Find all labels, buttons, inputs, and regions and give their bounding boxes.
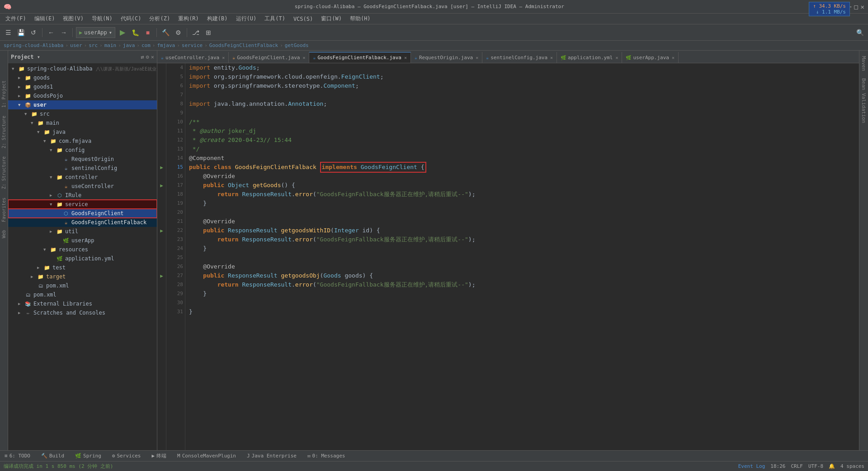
tab-goodsfeignclient[interactable]: ☕ GoodsFeignClient.java ✕ xyxy=(229,52,309,63)
event-log-link[interactable]: Event Log xyxy=(738,463,765,469)
tree-pom-root[interactable]: ▶ 🗂 pom.xml xyxy=(8,290,157,299)
stop-button[interactable]: ■ xyxy=(142,27,153,38)
toolbar-more-btn[interactable]: ⚙ xyxy=(173,27,184,38)
tab-sentinelconfig-close[interactable]: ✕ xyxy=(550,55,553,60)
menu-tools[interactable]: 工具(T) xyxy=(261,14,289,24)
gutter-run-22[interactable]: ▶ xyxy=(160,228,163,234)
far-left-favorites[interactable]: Favorites xyxy=(0,195,7,225)
tree-userapp[interactable]: ▶ 🌿 userApp xyxy=(8,236,157,245)
tab-userapp-close[interactable]: ✕ xyxy=(672,55,675,60)
tree-goodspojo[interactable]: ▶ 📁 GoodsPojo xyxy=(8,91,157,100)
code-content[interactable]: import entity.Goods; import org.springfr… xyxy=(185,63,859,450)
tree-application-yml[interactable]: ▶ 🌿 application.yml xyxy=(8,254,157,263)
menu-build[interactable]: 构建(B) xyxy=(203,14,231,24)
tree-com-fmjava[interactable]: ▼ 📁 com.fmjava xyxy=(8,137,157,146)
build-button[interactable]: 🔨 xyxy=(160,27,171,38)
bc-user[interactable]: user xyxy=(70,42,82,48)
bottom-services[interactable]: ⚙ Services xyxy=(110,451,143,461)
run-button[interactable]: ▶ xyxy=(117,27,128,38)
status-line-sep[interactable]: CRLF xyxy=(791,463,803,469)
gutter-run-27[interactable]: ▶ xyxy=(160,273,163,279)
bottom-spring[interactable]: 🌿 Spring xyxy=(73,451,103,461)
tree-scratches[interactable]: ▶ ✏ Scratches and Consoles xyxy=(8,308,157,317)
tab-userapp[interactable]: 🌿 userApp.java ✕ xyxy=(622,52,679,63)
bc-project[interactable]: spring-cloud-Alibaba xyxy=(4,42,63,48)
menu-refactor[interactable]: 重构(R) xyxy=(175,14,203,24)
tree-resources[interactable]: ▼ 📁 resources xyxy=(8,245,157,254)
tree-service-folder[interactable]: ▼ 📁 service xyxy=(8,200,157,209)
tab-goodsfeignclient-close[interactable]: ✕ xyxy=(302,55,305,60)
gutter-run-17[interactable]: ▶ xyxy=(160,183,163,188)
tab-requestorigin-close[interactable]: ✕ xyxy=(476,55,478,60)
bc-com[interactable]: com xyxy=(142,42,151,48)
bc-src[interactable]: src xyxy=(89,42,98,48)
bottom-javaenterprise[interactable]: J Java Enterprise xyxy=(245,451,298,461)
tab-usecontroller[interactable]: ☕ useController.java ✕ xyxy=(157,52,229,63)
tree-controller[interactable]: ▼ 📁 controller xyxy=(8,173,157,182)
tree-config[interactable]: ▼ 📁 config xyxy=(8,146,157,155)
menu-view[interactable]: 视图(V) xyxy=(59,14,87,24)
tree-user[interactable]: ▼ 📦 user xyxy=(8,100,157,109)
menu-window[interactable]: 窗口(W) xyxy=(317,14,345,24)
menu-navigate[interactable]: 导航(N) xyxy=(88,14,116,24)
tree-external-libs[interactable]: ▶ 📚 External Libraries xyxy=(8,299,157,308)
toolbar-back-btn[interactable]: ← xyxy=(46,27,57,38)
tree-goodsfeignclientfalback[interactable]: ▶ ☕ GoodsFeignClientFalback xyxy=(8,218,157,227)
bc-fmjava[interactable]: fmjava xyxy=(157,42,175,48)
debug-button[interactable]: 🐛 xyxy=(130,27,141,38)
right-bean-validation-label[interactable]: Bean Validation xyxy=(860,75,868,127)
gutter-run-15[interactable]: ▶ xyxy=(160,165,163,170)
bc-main[interactable]: main xyxy=(104,42,117,48)
window-controls[interactable]: ─ □ ✕ xyxy=(848,3,864,10)
bottom-consolemaven[interactable]: M ConsoleMavenPlugin xyxy=(175,451,238,461)
tree-target[interactable]: ▶ 📁 target xyxy=(8,272,157,281)
tree-irule[interactable]: ▶ ⬡ IRule xyxy=(8,191,157,200)
tree-root[interactable]: ▼ 📁 spring-cloud-Alibaba 八\课课-高新强/JavaEE… xyxy=(8,64,157,73)
toolbar-git-btn[interactable]: ⎇ xyxy=(190,27,201,38)
tree-sentinelconfig[interactable]: ▶ ☕ sentinelConfig xyxy=(8,164,157,173)
project-gear-icon[interactable]: ⚙ xyxy=(146,54,149,60)
menu-code[interactable]: 代码(C) xyxy=(117,14,145,24)
tab-yml-close[interactable]: ✕ xyxy=(615,55,618,60)
bottom-todo[interactable]: ≡ 6: TODO xyxy=(3,451,32,461)
toolbar-refresh-btn[interactable]: ↺ xyxy=(28,27,39,38)
tree-requestorigin[interactable]: ▶ ☕ RequestOrigin xyxy=(8,155,157,164)
status-indent[interactable]: 4 spaces xyxy=(840,463,864,469)
tree-pom-user[interactable]: ▶ 🗂 pom.xml xyxy=(8,281,157,290)
right-maven-label[interactable]: Maven xyxy=(860,52,868,75)
tree-goods1[interactable]: ▶ 📁 goods1 xyxy=(8,82,157,91)
tree-goodsfeignclient[interactable]: ▶ ⬡ GoodsFeignClient xyxy=(8,209,157,218)
tab-sentinelconfig[interactable]: ☕ sentinelConfig.java ✕ xyxy=(482,52,557,63)
tab-applicationyml[interactable]: 🌿 application.yml ✕ xyxy=(557,52,622,63)
tree-usecontroller[interactable]: ▶ ☕ useController xyxy=(8,182,157,191)
tree-src[interactable]: ▼ 📁 src xyxy=(8,109,157,118)
project-sync-icon[interactable]: ⇄ xyxy=(141,54,144,60)
menu-help[interactable]: 帮助(H) xyxy=(346,14,374,24)
status-encoding[interactable]: UTF-8 xyxy=(808,463,823,469)
toolbar-menu-btn[interactable]: ☰ xyxy=(3,27,14,38)
tab-goodsfeignclientfalback[interactable]: ☕ GoodsFeignClientFalback.java ✕ xyxy=(309,52,411,63)
bottom-build[interactable]: 🔨 Build xyxy=(39,451,66,461)
maximize-button[interactable]: □ xyxy=(854,3,858,10)
tree-java[interactable]: ▼ 📁 java xyxy=(8,127,157,137)
bc-class[interactable]: GoodsFeignClientFalback xyxy=(209,42,278,48)
bottom-terminal[interactable]: ▶ 终端 xyxy=(150,451,168,461)
toolbar-terminal-btn[interactable]: ⊞ xyxy=(203,27,214,38)
toolbar-forward-btn[interactable]: → xyxy=(58,27,69,38)
toolbar-save-btn[interactable]: 💾 xyxy=(15,27,26,38)
far-left-structure[interactable]: 2: Structure xyxy=(0,113,7,151)
bc-service[interactable]: service xyxy=(182,42,203,48)
bc-method[interactable]: getGoods xyxy=(285,42,309,48)
menu-file[interactable]: 文件(F) xyxy=(2,14,30,24)
far-left-web[interactable]: Web xyxy=(0,227,7,241)
menu-edit[interactable]: 编辑(E) xyxy=(31,14,59,24)
search-everywhere-btn[interactable]: 🔍 xyxy=(854,27,865,38)
close-button[interactable]: ✕ xyxy=(861,3,864,10)
menu-run[interactable]: 运行(U) xyxy=(232,14,260,24)
tree-test[interactable]: ▶ 📁 test xyxy=(8,263,157,272)
tab-usecontroller-close[interactable]: ✕ xyxy=(222,55,225,60)
tree-util[interactable]: ▶ 📁 util xyxy=(8,227,157,236)
far-left-z-structure[interactable]: Z: Structure xyxy=(0,154,7,192)
tree-goods[interactable]: ▶ 📁 goods xyxy=(8,73,157,82)
menu-vcs[interactable]: VCS(S) xyxy=(290,15,316,23)
